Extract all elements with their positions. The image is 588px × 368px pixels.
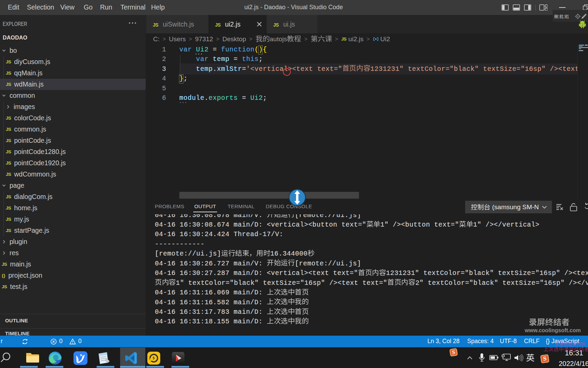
svg-text:J: J [582, 23, 583, 27]
